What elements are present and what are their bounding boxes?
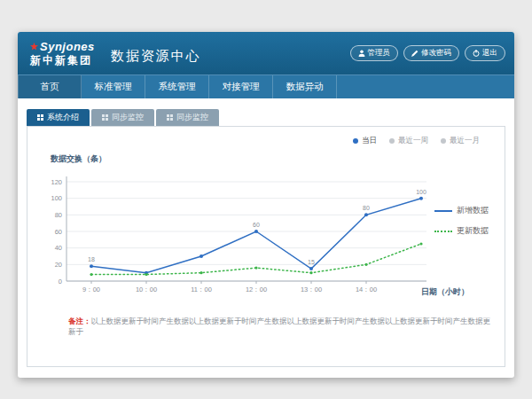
svg-text:10：00: 10：00	[136, 286, 157, 293]
tab-sync-monitor-1[interactable]: 同步监控	[91, 109, 154, 126]
nav-item-home[interactable]: 首页	[18, 75, 82, 98]
star-icon	[30, 41, 38, 53]
nav-item-standards[interactable]: 标准管理	[82, 75, 145, 98]
page-title: 数据资源中心	[111, 48, 201, 65]
header: Synjones 新中新集团 数据资源中心 管理员 修改密码	[18, 32, 514, 74]
svg-text:15: 15	[308, 259, 315, 265]
app-window: Synjones 新中新集团 数据资源中心 管理员 修改密码	[18, 32, 514, 378]
footnote: 备注：以上数据更新于时间产生数据以上数据更新于时间产生数据以上数据更新于时间产生…	[68, 317, 490, 338]
tabbar: 系统介绍 同步监控 同步监控	[27, 109, 505, 126]
user-icon	[358, 50, 365, 57]
filter-last-month[interactable]: 最近一月	[441, 136, 480, 146]
dot-icon	[389, 138, 395, 144]
grid-icon	[102, 113, 108, 122]
svg-text:9：00: 9：00	[82, 286, 100, 293]
svg-text:0: 0	[59, 278, 62, 286]
y-axis-title: 数据交换（条）	[51, 153, 106, 165]
svg-text:80: 80	[55, 211, 62, 219]
nav-item-integration[interactable]: 对接管理	[209, 75, 273, 98]
tab-system-intro[interactable]: 系统介绍	[27, 109, 90, 126]
svg-text:11：00: 11：00	[191, 286, 212, 293]
svg-text:14：00: 14：00	[356, 286, 377, 293]
svg-text:100: 100	[416, 189, 426, 195]
legend-update-data[interactable]: 更新数据	[434, 225, 489, 237]
svg-text:80: 80	[363, 205, 370, 211]
green-dotted-line-icon	[434, 231, 452, 232]
filter-last-week[interactable]: 最近一周	[389, 136, 428, 146]
x-axis-title: 日期（小时）	[421, 286, 469, 298]
tab-sync-monitor-2[interactable]: 同步监控	[156, 109, 219, 126]
range-filter-legend: 当日 最近一周 最近一月	[353, 136, 480, 146]
user-button[interactable]: 管理员	[350, 45, 399, 61]
header-actions: 管理员 修改密码 退出	[350, 45, 506, 61]
series-legend: 新增数据 更新数据	[434, 205, 489, 237]
dot-icon	[441, 138, 446, 144]
filter-today[interactable]: 当日	[353, 136, 377, 146]
svg-text:18: 18	[88, 256, 95, 262]
logout-button[interactable]: 退出	[465, 45, 505, 61]
brand-text: Synjones	[40, 41, 95, 53]
brand-cn: 新中新集团	[30, 55, 95, 66]
footnote-label: 备注：	[68, 317, 91, 325]
grid-icon	[167, 113, 173, 122]
nav-item-system[interactable]: 系统管理	[145, 75, 209, 98]
svg-text:60: 60	[253, 222, 260, 228]
legend-new-data[interactable]: 新增数据	[434, 205, 489, 216]
brand-logo: Synjones 新中新集团	[30, 41, 95, 66]
edit-icon	[411, 50, 419, 57]
svg-text:60: 60	[55, 228, 62, 236]
svg-text:40: 40	[55, 244, 62, 252]
power-icon	[473, 50, 480, 57]
svg-text:13：00: 13：00	[301, 286, 322, 293]
main-nav: 首页 标准管理 系统管理 对接管理 数据异动	[18, 74, 514, 98]
dot-icon	[353, 138, 358, 144]
grid-icon	[37, 113, 43, 122]
nav-item-data-change[interactable]: 数据异动	[273, 75, 337, 98]
footnote-text: 以上数据更新于时间产生数据以上数据更新于时间产生数据以上数据更新于时间产生数据以…	[68, 317, 490, 336]
blue-line-icon	[434, 210, 452, 212]
svg-text:120: 120	[51, 178, 62, 186]
content-area: 系统介绍 同步监控 同步监控 当日	[18, 98, 514, 367]
chart-panel: 当日 最近一周 最近一月 数据交换（条） 0204060801001209：00…	[27, 126, 505, 367]
svg-text:12：00: 12：00	[246, 286, 267, 293]
change-password-button[interactable]: 修改密码	[403, 45, 459, 61]
svg-text:100: 100	[51, 194, 62, 202]
svg-text:20: 20	[55, 261, 62, 269]
line-chart: 0204060801001209：0010：0011：0012：0013：001…	[40, 168, 441, 304]
